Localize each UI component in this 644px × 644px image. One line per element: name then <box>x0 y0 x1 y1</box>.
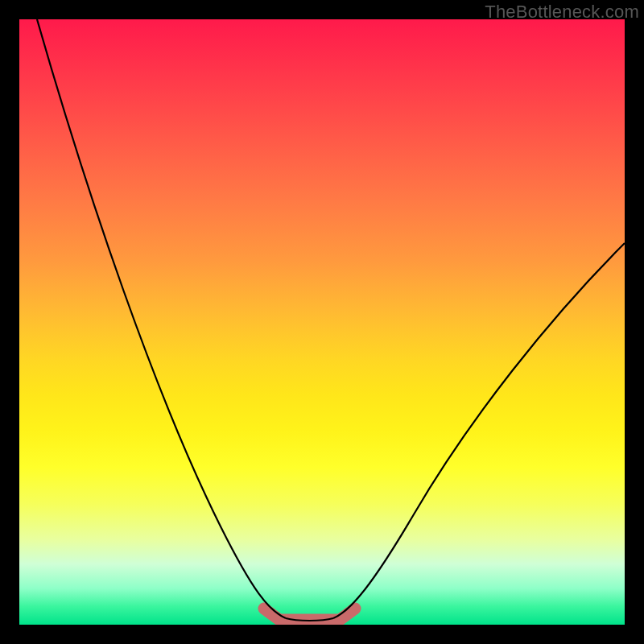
right-curve-path <box>333 243 625 618</box>
watermark-text: TheBottleneck.com <box>485 2 639 23</box>
left-curve-path <box>37 19 286 618</box>
chart-frame: TheBottleneck.com <box>0 0 644 644</box>
curve-layer <box>19 19 625 625</box>
plot-area <box>19 19 625 625</box>
